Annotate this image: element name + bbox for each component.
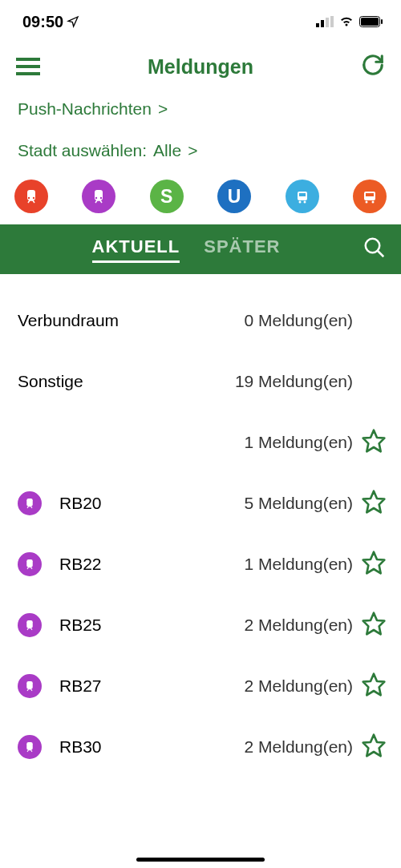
svg-rect-1 [321,20,324,27]
favorite-button[interactable] [361,611,387,640]
message-count: 2 Meldung(en) [245,616,353,635]
favorite-button[interactable] [361,672,387,700]
message-count: 1 Meldung(en) [245,555,353,574]
train-icon [18,674,42,698]
message-count: 0 Meldung(en) [245,311,353,330]
train-icon [18,552,42,576]
svg-point-9 [33,197,34,199]
search-icon [363,236,387,260]
svg-point-19 [365,201,367,204]
battery-icon [359,16,383,27]
svg-point-21 [366,239,380,253]
star-icon [361,550,387,575]
svg-line-22 [378,251,384,257]
favorite-button[interactable] [361,489,387,518]
signal-icon [316,16,334,27]
menu-button[interactable] [16,58,40,75]
location-arrow-icon [67,15,79,28]
favorite-button[interactable] [361,428,387,457]
svg-marker-29 [363,613,385,635]
svg-marker-31 [363,674,385,696]
list-item[interactable]: Sonstige19 Meldung(en) [0,351,401,412]
line-name: RB22 [59,555,245,574]
status-time-value: 09:50 [22,13,63,31]
svg-point-20 [371,201,374,204]
page-title: Meldungen [40,55,361,79]
line-name: RB27 [59,676,245,696]
city-select-link[interactable]: Stadt auswählen: Alle > [0,130,401,172]
svg-rect-28 [26,620,33,628]
line-name: RB30 [59,737,245,757]
chevron-right-icon: > [158,99,168,119]
line-name: Verbundraum [18,311,245,330]
list-item[interactable]: RB221 Meldung(en) [0,534,401,595]
list-item[interactable]: 1 Meldung(en) [0,412,401,473]
svg-marker-25 [363,491,385,513]
status-bar: 09:50 [0,0,401,38]
transport-filter-re[interactable] [14,180,48,213]
svg-point-15 [298,201,301,204]
svg-marker-27 [363,552,385,574]
transport-filter-ubahn[interactable]: U [217,180,251,213]
line-name: RB20 [59,494,245,513]
tab-later[interactable]: SPÄTER [204,236,280,263]
message-count: 2 Meldung(en) [245,737,353,757]
chevron-right-icon: > [188,141,197,160]
svg-rect-2 [326,18,329,27]
city-value: Alle [153,141,181,160]
header: Meldungen [0,38,401,88]
svg-point-11 [95,197,97,199]
svg-marker-33 [363,735,385,757]
star-icon [361,611,387,636]
message-count: 1 Meldung(en) [245,433,353,452]
list-item[interactable]: Verbundraum0 Meldung(en) [0,290,401,351]
list-item[interactable]: RB205 Meldung(en) [0,473,401,534]
push-label: Push-Nachrichten [18,99,152,119]
list-item[interactable]: RB302 Meldung(en) [0,717,401,777]
transport-filter-rb[interactable] [82,180,115,213]
svg-point-8 [28,197,30,199]
svg-rect-18 [366,193,374,196]
svg-rect-14 [299,193,306,196]
favorite-button[interactable] [361,550,387,579]
transport-filter-sbahn[interactable]: S [150,180,184,213]
svg-rect-3 [330,16,334,27]
search-button[interactable] [363,236,391,263]
city-label: Stadt auswählen: [18,141,147,160]
svg-rect-0 [316,23,319,27]
refresh-button[interactable] [361,53,385,80]
transport-mode-filter: SU [0,172,401,224]
svg-rect-32 [26,742,33,750]
svg-rect-24 [26,499,33,507]
tab-bar: AKTUELL SPÄTER [0,224,401,274]
svg-point-12 [100,197,102,199]
messages-list: Verbundraum0 Meldung(en)Sonstige19 Meldu… [0,274,401,777]
status-time: 09:50 [22,13,79,31]
status-icons [316,16,383,27]
svg-rect-30 [26,681,33,689]
message-count: 19 Meldung(en) [235,372,353,391]
tab-current[interactable]: AKTUELL [92,236,180,263]
message-count: 2 Meldung(en) [245,676,353,696]
push-notifications-link[interactable]: Push-Nachrichten > [0,88,401,130]
svg-point-16 [303,201,306,204]
transport-filter-bus[interactable] [353,180,387,213]
wifi-icon [338,16,354,27]
list-item[interactable]: RB272 Meldung(en) [0,656,401,717]
transport-filter-tram[interactable] [286,180,319,213]
svg-rect-6 [381,19,383,24]
list-item[interactable]: RB252 Meldung(en) [0,595,401,656]
star-icon [361,428,387,454]
train-icon [18,613,42,637]
star-icon [361,672,387,697]
svg-rect-26 [26,559,33,567]
home-indicator [136,858,265,862]
svg-rect-5 [361,18,379,26]
star-icon [361,489,387,515]
message-count: 5 Meldung(en) [245,494,353,513]
favorite-button[interactable] [361,733,387,761]
line-name: Sonstige [18,372,235,391]
train-icon [18,491,42,515]
train-icon [18,735,42,759]
svg-marker-23 [363,430,385,452]
